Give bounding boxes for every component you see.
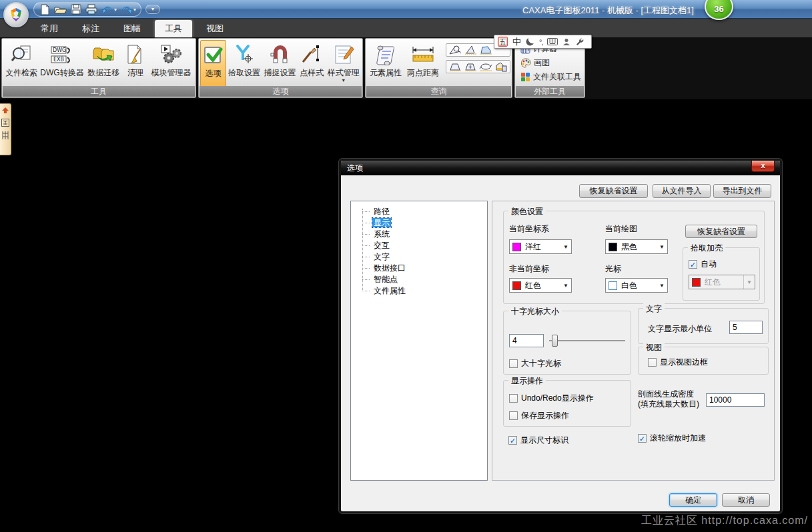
tab-view[interactable]: 视图: [196, 20, 234, 37]
query-weight-icon[interactable]: [494, 61, 508, 72]
hatch-density-input[interactable]: [706, 393, 765, 407]
soft-keyboard-icon[interactable]: [547, 38, 558, 45]
query-perimeter-icon[interactable]: [448, 61, 462, 72]
file-search-button[interactable]: 文件检索: [3, 40, 40, 87]
color-swatch: [608, 243, 617, 251]
print-icon[interactable]: [85, 3, 98, 15]
collapsed-panel-tab[interactable]: [0, 103, 11, 155]
point-style-button[interactable]: 点样式: [298, 40, 326, 87]
undo-dropdown-icon[interactable]: ▾: [114, 7, 117, 13]
tree-item-interaction[interactable]: 交互: [358, 240, 487, 251]
save-icon[interactable]: [70, 3, 82, 15]
cancel-button[interactable]: 取消: [722, 493, 770, 507]
display-settings-panel: 颜色设置 当前坐标系 当前绘图 恢复缺省设置 洋红 ▼ 黑色 ▼ 拾取加亮: [492, 201, 775, 481]
module-manager-icon: [160, 42, 183, 67]
file-association-icon: [520, 72, 530, 82]
nav-pointer-icon: [1, 107, 9, 115]
tree-item-path[interactable]: 路径: [358, 206, 487, 217]
options-icon: [203, 43, 224, 68]
data-migration-icon: [92, 42, 115, 67]
quick-access-toolbar: ▾ ▾: [33, 2, 141, 17]
current-draw-color-select[interactable]: 黑色 ▼: [605, 239, 668, 254]
tree-item-display[interactable]: 显示: [358, 217, 487, 229]
slider-thumb[interactable]: [552, 335, 558, 347]
tab-home[interactable]: 常用: [31, 20, 68, 37]
undo-icon[interactable]: ▾: [101, 3, 117, 15]
wheel-zoom-accel-checkbox[interactable]: ✓滚轮缩放时加速: [638, 433, 706, 444]
element-properties-button[interactable]: 元素属性: [367, 40, 404, 87]
element-properties-icon: [375, 42, 396, 67]
query-area-icon[interactable]: [479, 45, 492, 55]
ribbon-tab-bar: 常用 标注 图幅 工具 视图: [0, 19, 812, 37]
dwg-converter-button[interactable]: DWGEXB DWG转换器: [40, 40, 85, 87]
tree-item-text[interactable]: 文字: [358, 251, 487, 263]
cursor-color-select[interactable]: 白色 ▼: [605, 278, 668, 293]
query-inertia-icon[interactable]: [479, 61, 492, 72]
close-icon[interactable]: x: [751, 161, 775, 172]
title-bar: ▾ ▾ ▾ CAXA电子图板2011 - 机械版 - [工程图文档1]: [0, 0, 812, 19]
app-logo[interactable]: [3, 2, 29, 27]
data-migration-button[interactable]: 数据迁移: [84, 40, 122, 87]
chevron-down-icon: ▼: [659, 283, 665, 289]
style-manager-button[interactable]: 样式管理 ▾: [326, 40, 361, 87]
two-point-distance-button[interactable]: 两点距离: [404, 40, 442, 87]
show-dim-mark-checkbox[interactable]: ✓显示尺寸标识: [508, 435, 568, 446]
query-arc-length-icon[interactable]: [464, 45, 477, 55]
tab-tools[interactable]: 工具: [155, 20, 192, 37]
user-icon[interactable]: [562, 38, 570, 46]
purge-button[interactable]: 清理: [123, 40, 148, 87]
non-current-coord-color-select[interactable]: 红色 ▼: [509, 278, 572, 293]
import-from-file-button[interactable]: 从文件导入: [653, 184, 711, 198]
wrench-icon[interactable]: [575, 37, 584, 46]
options-button[interactable]: 选项: [200, 40, 226, 87]
color-swatch: [512, 281, 521, 290]
tree-item-smart-point[interactable]: 智能点: [358, 274, 487, 285]
pick-settings-button[interactable]: 拾取设置: [226, 40, 262, 87]
style-manager-dropdown-icon[interactable]: ▾: [342, 79, 345, 83]
paint-palette-icon: [520, 58, 531, 68]
dialog-title: 选项: [347, 163, 363, 173]
customize-quick-access-icon[interactable]: ▾: [145, 5, 160, 14]
save-display-checkbox[interactable]: ✓保存显示操作: [509, 410, 569, 421]
file-association-button[interactable]: 文件关联工具: [520, 70, 583, 84]
ime-shape-mode[interactable]: 五: [498, 37, 508, 47]
non-current-coord-label: 非当前坐标: [509, 263, 549, 275]
restore-defaults-button[interactable]: 恢复缺省设置: [579, 184, 648, 198]
redo-icon[interactable]: ▾: [120, 3, 137, 15]
big-crosshair-checkbox[interactable]: ✓大十字光标: [509, 358, 561, 369]
tree-item-file-properties[interactable]: 文件属性: [358, 285, 487, 297]
pick-highlight-color-select: 红色 ▼: [689, 275, 755, 289]
tree-item-system[interactable]: 系统: [358, 229, 487, 240]
query-angle-icon[interactable]: [448, 45, 462, 55]
snap-settings-button[interactable]: 捕捉设置: [262, 40, 298, 87]
color-swatch: [692, 278, 701, 287]
open-folder-icon[interactable]: [53, 3, 67, 15]
crosshair-size-slider[interactable]: [549, 335, 625, 347]
redo-dropdown-icon[interactable]: ▾: [133, 7, 136, 13]
punctuation-icon[interactable]: °,: [539, 38, 542, 46]
color-restore-defaults-button[interactable]: 恢复缺省设置: [685, 225, 757, 238]
undo-redo-display-checkbox[interactable]: ✓Undo/Redo显示操作: [509, 393, 594, 404]
current-coord-label: 当前坐标系: [509, 223, 549, 235]
new-document-icon[interactable]: [39, 3, 51, 15]
export-to-file-button[interactable]: 导出到文件: [713, 184, 771, 198]
min-text-unit-input[interactable]: [729, 321, 763, 334]
ime-language-mode[interactable]: 中: [512, 36, 521, 48]
query-centroid-icon[interactable]: [464, 61, 477, 72]
paint-button[interactable]: 画图: [520, 56, 583, 70]
dwg-converter-icon: DWGEXB: [50, 42, 74, 67]
module-manager-button[interactable]: 模块管理器: [148, 40, 194, 87]
half-moon-icon[interactable]: [526, 37, 534, 46]
tab-sheet[interactable]: 图幅: [113, 20, 151, 37]
crosshair-size-input[interactable]: [509, 334, 544, 347]
ok-button[interactable]: 确定: [669, 493, 717, 507]
pick-highlight-auto-checkbox[interactable]: ✓自动: [689, 259, 717, 270]
show-view-frame-checkbox[interactable]: ✓显示视图边框: [648, 357, 708, 368]
ribbon-group-label: 外部工具: [516, 86, 584, 97]
ribbon: 文件检索 DWGEXB DWG转换器 数据迁移 清理 模块管理器: [0, 37, 812, 99]
dialog-title-bar[interactable]: 选项 x: [341, 161, 780, 175]
current-coord-color-select[interactable]: 洋红 ▼: [509, 239, 572, 254]
two-point-distance-icon: [411, 42, 435, 67]
tab-annotation[interactable]: 标注: [72, 20, 109, 37]
tree-item-data-interface[interactable]: 数据接口: [358, 263, 487, 274]
